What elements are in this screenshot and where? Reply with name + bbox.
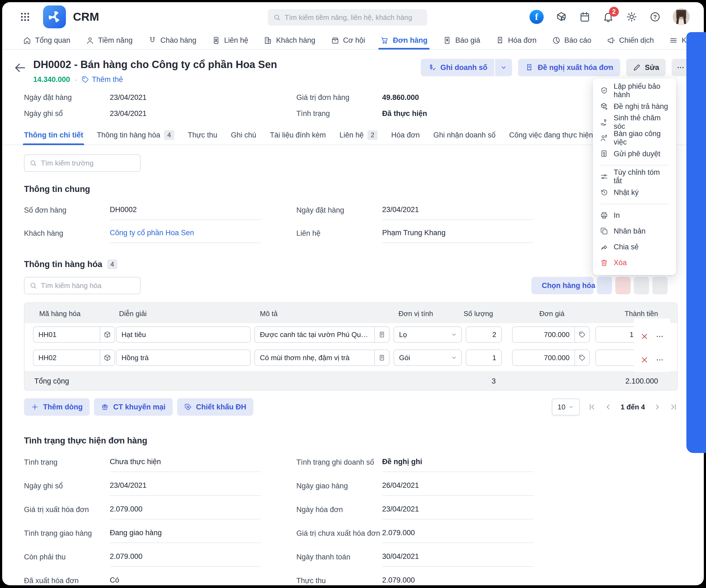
unit-select[interactable]: Gói xyxy=(394,349,462,366)
chevron-down-icon xyxy=(500,64,507,71)
toolbar-extra-button[interactable] xyxy=(634,277,649,294)
nav-item-tong-quan[interactable]: Tổng quan xyxy=(23,32,70,49)
quantity-input[interactable]: 2 xyxy=(466,326,502,343)
row-actions-panel xyxy=(634,319,670,372)
remove-row-icon[interactable] xyxy=(640,332,649,341)
menu-item-sinh-the-cham-soc[interactable]: Sinh thẻ chăm sóc xyxy=(593,114,676,130)
product-description-input[interactable]: Được canh tác tại vườn Phú Quốc, với... xyxy=(254,326,390,343)
customer-link[interactable]: Công ty cổ phần Hoa Sen xyxy=(110,229,261,243)
menu-item-de-nghi-tra-hang[interactable]: Đề nghị trả hàng xyxy=(593,98,676,114)
nav-item-tiem-nang[interactable]: Tiềm năng xyxy=(86,32,133,49)
module-nav: Tổng quan Tiềm năng Chào hàng Liên hệ Kh… xyxy=(2,32,704,49)
menu-item-xoa[interactable]: Xóa xyxy=(593,255,676,270)
nav-item-lien-he[interactable]: Liên hệ xyxy=(212,32,248,49)
home-icon xyxy=(23,36,31,45)
chevron-down-icon xyxy=(568,404,574,410)
menu-item-gui-phe-duyet[interactable]: Gửi phê duyệt xyxy=(593,146,676,162)
menu-item-nhat-ky[interactable]: Nhật ký xyxy=(593,184,676,200)
package-icon[interactable] xyxy=(100,327,114,342)
price-tag-icon[interactable] xyxy=(575,327,589,342)
hamburger-icon xyxy=(669,36,678,45)
add-row-button[interactable]: Thêm dòng xyxy=(24,398,90,416)
remove-row-icon[interactable] xyxy=(640,356,649,364)
user-avatar[interactable] xyxy=(673,8,690,25)
menu-item-tuy-chinh-tom-tat[interactable]: Tùy chỉnh tóm tắt xyxy=(593,169,676,184)
field-ngay-giao-hang: Ngày giao hàng26/04/2021 xyxy=(296,481,533,496)
toolbar-extra-button[interactable] xyxy=(597,277,612,294)
note-icon[interactable] xyxy=(374,327,389,342)
nav-item-bao-gia[interactable]: Báo giá xyxy=(443,32,480,49)
search-icon xyxy=(273,14,281,21)
note-icon[interactable] xyxy=(374,350,389,365)
app-grid-icon[interactable] xyxy=(19,11,31,22)
menu-item-ban-giao-cong-viec[interactable]: Bàn giao công việc xyxy=(593,130,676,146)
summary-field: Giá trị đơn hàng 49.860.000 xyxy=(296,93,533,102)
select-product-button[interactable]: Chọn hàng hóa xyxy=(532,277,593,294)
tab-badge: 4 xyxy=(164,130,174,140)
tab-ghi-nhan-doanh-so[interactable]: Ghi nhận doanh số xyxy=(433,125,496,144)
product-search-input[interactable]: Tìm kiếm hàng hóa xyxy=(24,277,141,294)
product-description-input[interactable]: Có mùi thơm nhẹ, đậm vị trà xyxy=(254,349,390,366)
row-more-icon[interactable] xyxy=(656,356,664,364)
facebook-icon[interactable]: f xyxy=(530,10,544,24)
global-search-input[interactable]: Tìm kiếm tiềm năng, liên hệ, khách hàng xyxy=(268,9,427,26)
edit-button[interactable]: Sửa xyxy=(626,59,666,76)
product-name-input[interactable]: Hạt tiêu xyxy=(116,326,250,343)
tab-ghi-chu[interactable]: Ghi chú xyxy=(231,125,256,144)
next-page-button[interactable] xyxy=(653,403,661,411)
tab-tai-lieu-dinh-kem[interactable]: Tài liệu đính kèm xyxy=(270,125,326,144)
menu-item-chia-se[interactable]: Chia sẻ xyxy=(593,239,676,255)
nav-item-chao-hang[interactable]: Chào hàng xyxy=(148,32,196,49)
lead-person-icon xyxy=(86,36,94,45)
field-search-input[interactable]: Tìm kiếm trường xyxy=(24,154,141,172)
nav-item-co-hoi[interactable]: Cơ hội xyxy=(331,32,365,49)
product-search-icon[interactable] xyxy=(556,11,567,23)
nav-item-bao-cao[interactable]: Báo cáo xyxy=(552,32,591,49)
nav-item-hoa-don[interactable]: Hóa đơn xyxy=(496,32,537,49)
unit-price-input[interactable]: 700.000 xyxy=(512,349,590,366)
notifications-bell-icon[interactable]: 2 xyxy=(602,11,614,23)
request-invoice-button[interactable]: Đề nghị xuất hóa đơn xyxy=(518,59,620,76)
menu-item-in[interactable]: In xyxy=(593,207,676,223)
tab-thong-tin-hang-hoa[interactable]: Thông tin hàng hóa4 xyxy=(97,125,174,144)
menu-item-lap-phieu-bao-hanh[interactable]: Lập phiếu bảo hành xyxy=(593,83,676,98)
back-arrow-icon[interactable] xyxy=(14,61,26,74)
product-code-input[interactable]: HH01 xyxy=(33,326,115,343)
add-tag-button[interactable]: Thêm thẻ xyxy=(81,75,123,84)
row-more-icon[interactable] xyxy=(656,332,664,341)
package-icon[interactable] xyxy=(100,350,114,365)
tab-badge: 2 xyxy=(367,130,378,140)
nav-item-don-hang[interactable]: Đơn hàng xyxy=(381,32,427,49)
opportunity-bag-icon xyxy=(331,36,339,45)
toolbar-extra-button[interactable] xyxy=(652,277,668,294)
nav-item-khach-hang[interactable]: Khách hàng xyxy=(264,32,315,49)
prev-page-button[interactable] xyxy=(604,403,612,411)
product-code-input[interactable]: HH02 xyxy=(33,349,115,366)
tab-thong-tin-chi-tiet[interactable]: Thông tin chi tiết xyxy=(24,125,83,144)
crm-logo-icon[interactable] xyxy=(43,5,66,28)
tab-cong-viec-dang-thuc-hien[interactable]: Công việc đang thực hiện xyxy=(509,125,593,144)
promotion-button[interactable]: CT khuyến mại xyxy=(94,398,172,416)
help-icon[interactable]: ? xyxy=(649,11,661,23)
calendar-icon[interactable] xyxy=(579,11,590,23)
page-size-select[interactable]: 10 xyxy=(552,398,580,415)
summary-field: Ngày ghi sổ 23/04/2021 xyxy=(24,110,261,118)
tab-hoa-don[interactable]: Hóa đơn xyxy=(391,125,420,144)
menu-item-nhan-ban[interactable]: Nhân bản xyxy=(593,223,676,239)
record-sales-dropdown-button[interactable] xyxy=(495,59,512,76)
order-discount-button[interactable]: Chiết khấu ĐH xyxy=(177,398,253,416)
price-tag-icon[interactable] xyxy=(575,350,589,365)
quantity-input[interactable]: 1 xyxy=(466,349,502,366)
tab-lien-he[interactable]: Liên hệ2 xyxy=(339,125,378,144)
nav-item-chien-dich[interactable]: Chiến dịch xyxy=(607,32,654,49)
delete-rows-button[interactable] xyxy=(615,277,631,294)
settings-gear-icon[interactable] xyxy=(626,11,637,23)
product-name-input[interactable]: Hồng trà xyxy=(116,349,250,366)
unit-select[interactable]: Lọ xyxy=(394,326,462,343)
first-page-button[interactable] xyxy=(588,403,596,411)
record-sales-button[interactable]: Ghi doanh số xyxy=(421,59,495,76)
field-con-phai-thu: Còn phải thu2.079.000 xyxy=(24,552,261,567)
last-page-button[interactable] xyxy=(669,403,678,411)
unit-price-input[interactable]: 700.000 xyxy=(512,326,590,343)
tab-thuc-thu[interactable]: Thực thu xyxy=(188,125,218,144)
